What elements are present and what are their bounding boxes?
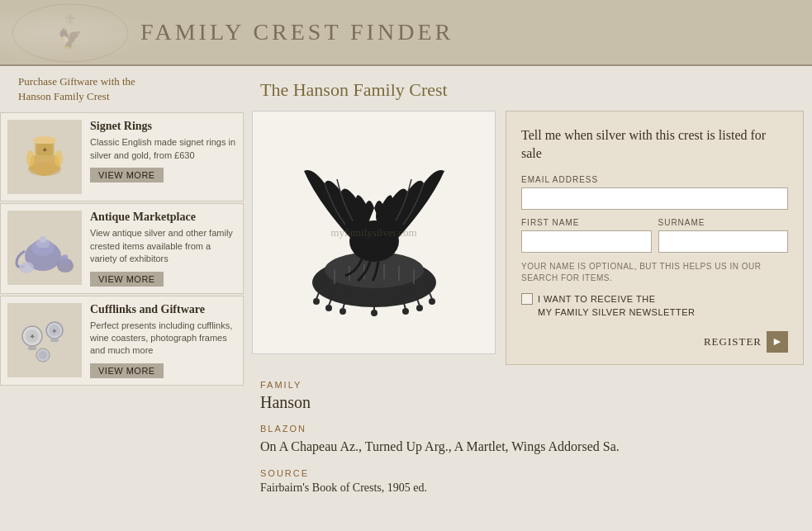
sidebar: Purchase Giftware with the Hanson Family… [0,66,244,506]
email-input[interactable] [521,187,788,210]
cufflinks-image: ✦ ✦ [7,303,82,377]
register-arrow-icon[interactable]: ► [767,331,788,353]
svg-point-15 [59,258,72,265]
svg-point-9 [26,150,35,167]
svg-point-39 [402,308,409,315]
antique-view-more[interactable]: VIEW MORE [90,272,164,287]
sidebar-item-signet-rings: ✦ Signet Rings Classic English made sign… [0,112,244,201]
svg-rect-20 [28,346,36,350]
register-row: REGISTER ► [521,331,788,353]
svg-point-35 [340,308,346,315]
svg-point-41 [416,305,423,311]
crest-image-box: myfamilysilver.com [252,111,496,354]
signet-rings-title: Signet Rings [90,120,236,133]
page-title: FAMILY CREST FINDER [140,19,453,45]
source-label: SOURCE [260,468,795,478]
svg-point-43 [429,298,435,305]
name-row: FIRST NAME SURNAME [521,218,788,253]
email-form-box: Tell me when silver with this crest is l… [506,111,804,365]
signet-ring-icon: ✦ [12,124,78,190]
source-section: SOURCE Fairbairn's Book of Crests, 1905 … [260,468,795,495]
blazon-value: On A Chapeau Az., Turned Up Arg., A Mart… [260,437,795,457]
antique-image [7,211,82,285]
family-label: FAMILY [260,380,795,390]
cufflinks-desc: Perfect presents including cufflinks, wi… [90,320,236,358]
family-value: Hanson [260,393,795,412]
family-section: FAMILY Hanson [260,380,795,412]
antique-title: Antique Marketplace [90,211,236,224]
family-crest-title: The Hanson Family Crest [244,66,812,111]
source-value: Fairbairn's Book of Crests, 1905 ed. [260,481,795,495]
svg-point-8 [55,150,63,167]
cufflinks-icon: ✦ ✦ [12,307,78,373]
signet-rings-image: ✦ [7,120,82,194]
svg-text:✦: ✦ [29,332,36,341]
crest-info: FAMILY Hanson BLAZON On A Chapeau Az., T… [244,365,812,495]
sidebar-item-antique: Antique Marketplace View antique silver … [0,203,244,293]
cufflinks-title: Cufflinks and Giftware [90,303,236,316]
blazon-label: BLAZON [260,424,795,434]
surname-label: SURNAME [658,218,789,227]
svg-point-26 [39,351,47,359]
main-layout: Purchase Giftware with the Hanson Family… [0,66,812,506]
header-heraldic-decor: ⚜ 🦅 [4,0,136,66]
form-headline: Tell me when silver with this crest is l… [521,126,788,164]
register-button[interactable]: REGISTER [704,335,762,348]
svg-point-33 [325,305,332,311]
surname-col: SURNAME [658,218,789,253]
surname-input[interactable] [658,230,789,253]
signet-rings-desc: Classic English made signet rings in sil… [90,136,236,162]
crest-and-form: myfamilysilver.com [244,111,812,365]
svg-point-13 [40,236,46,243]
signet-rings-view-more[interactable]: VIEW MORE [90,168,164,183]
antique-content: Antique Marketplace View antique silver … [90,211,236,286]
sidebar-item-cufflinks: ✦ ✦ Cufflinks and Giftware Perfect prese… [0,296,244,386]
newsletter-checkbox[interactable] [521,293,533,305]
form-hint: YOUR NAME IS OPTIONAL, BUT THIS HELPS US… [521,261,788,284]
first-name-label: FIRST NAME [521,218,652,227]
svg-text:✦: ✦ [41,145,48,154]
email-label: EMAIL ADDRESS [521,175,788,184]
cufflinks-content: Cufflinks and Giftware Perfect presents … [90,303,236,378]
signet-rings-content: Signet Rings Classic English made signet… [90,120,236,183]
antique-teapot-icon [12,215,78,281]
main-content: The Hanson Family Crest myfamilysilver.c… [244,66,812,506]
svg-text:🦅: 🦅 [58,26,83,50]
crest-bird-svg [267,126,482,340]
first-name-col: FIRST NAME [521,218,652,253]
newsletter-checkbox-row: I WANT TO RECEIVE THE MY FAMILY SILVER N… [521,292,788,320]
svg-point-16 [19,262,34,273]
purchase-label: Purchase Giftware with the Hanson Family… [0,66,244,111]
header: ⚜ 🦅 FAMILY CREST FINDER [0,0,812,66]
first-name-input[interactable] [521,230,652,253]
svg-point-5 [33,136,56,145]
antique-desc: View antique silver and other family cre… [90,227,236,265]
svg-text:✦: ✦ [51,327,58,335]
svg-text:⚜: ⚜ [64,12,77,28]
newsletter-label: I WANT TO RECEIVE THE MY FAMILY SILVER N… [538,292,696,320]
svg-point-31 [313,298,320,305]
cufflinks-view-more[interactable]: VIEW MORE [90,363,164,378]
svg-rect-24 [50,339,59,342]
svg-point-37 [371,310,378,316]
blazon-section: BLAZON On A Chapeau Az., Turned Up Arg.,… [260,424,795,457]
